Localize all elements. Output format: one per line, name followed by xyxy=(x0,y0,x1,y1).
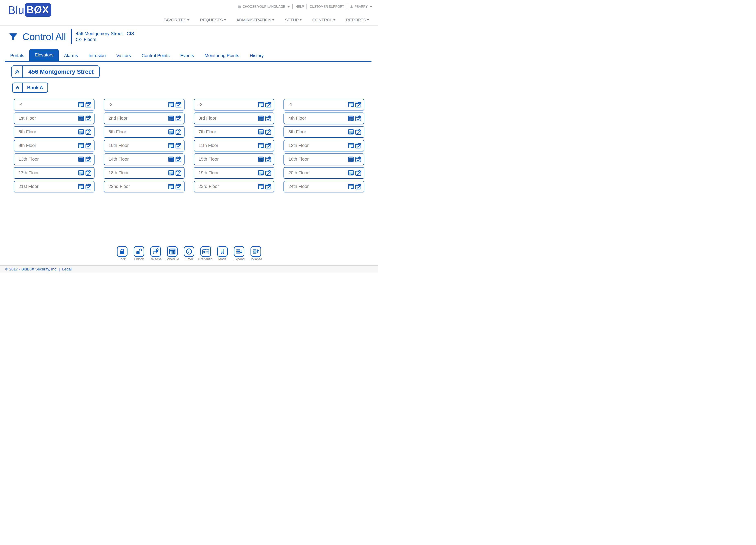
schedule-icon[interactable] xyxy=(168,101,174,108)
calendar-check-icon[interactable] xyxy=(265,129,271,135)
floor-button[interactable]: 6th Floor xyxy=(104,126,185,138)
calendar-check-icon[interactable] xyxy=(85,142,91,148)
schedule-icon[interactable] xyxy=(258,170,264,176)
floor-button[interactable]: -4 xyxy=(14,99,95,110)
calendar-check-icon[interactable] xyxy=(85,115,91,121)
floor-button[interactable]: 23rd Floor xyxy=(194,181,275,192)
credential-button[interactable]: Credential xyxy=(200,246,211,261)
floor-button[interactable]: 16th Floor xyxy=(283,153,364,165)
schedule-icon[interactable] xyxy=(258,101,264,108)
floor-button[interactable]: 8th Floor xyxy=(283,126,364,138)
schedule-icon[interactable] xyxy=(78,170,84,176)
schedule-icon[interactable] xyxy=(348,142,354,148)
tab-control-points[interactable]: Control Points xyxy=(136,50,175,61)
bank-header-button[interactable]: Bank A xyxy=(12,82,48,93)
tab-events[interactable]: Events xyxy=(175,50,199,61)
schedule-icon[interactable] xyxy=(78,115,84,121)
calendar-check-icon[interactable] xyxy=(355,156,361,162)
nav-reports[interactable]: REPORTS xyxy=(346,18,369,22)
release-button[interactable]: Release xyxy=(150,246,161,261)
collapse-bank-button[interactable] xyxy=(13,83,23,92)
schedule-icon[interactable] xyxy=(78,129,84,135)
floor-button[interactable]: -3 xyxy=(104,99,185,110)
collapse-button[interactable]: Collapse xyxy=(251,246,261,261)
nav-requests[interactable]: REQUESTS xyxy=(200,18,226,22)
floor-button[interactable]: 10th Floor xyxy=(104,140,185,151)
schedule-icon[interactable] xyxy=(168,115,174,121)
floor-button[interactable]: -2 xyxy=(194,99,275,110)
floor-button[interactable]: 17th Floor xyxy=(14,167,95,179)
calendar-check-icon[interactable] xyxy=(175,183,181,189)
floor-button[interactable]: 19th Floor xyxy=(194,167,275,179)
schedule-icon[interactable] xyxy=(348,156,354,162)
schedule-icon[interactable] xyxy=(348,129,354,135)
floor-button[interactable]: 7th Floor xyxy=(194,126,275,138)
timer-button[interactable]: Timer xyxy=(184,246,194,261)
schedule-icon[interactable] xyxy=(258,115,264,121)
floor-button[interactable]: 5th Floor xyxy=(14,126,95,138)
nav-control[interactable]: CONTROL xyxy=(312,18,335,22)
calendar-check-icon[interactable] xyxy=(355,142,361,148)
customer-support-link[interactable]: CUSTOMER SUPPORT xyxy=(310,5,344,9)
floor-button[interactable]: 3rd Floor xyxy=(194,112,275,124)
calendar-check-icon[interactable] xyxy=(175,101,181,108)
floor-button[interactable]: 11th Floor xyxy=(194,140,275,151)
schedule-icon[interactable] xyxy=(258,183,264,189)
floor-button[interactable]: 20th Floor xyxy=(283,167,364,179)
calendar-check-icon[interactable] xyxy=(355,183,361,189)
schedule-icon[interactable] xyxy=(168,142,174,148)
calendar-check-icon[interactable] xyxy=(175,156,181,162)
calendar-check-icon[interactable] xyxy=(265,170,271,176)
floor-button[interactable]: 2nd Floor xyxy=(104,112,185,124)
floor-button[interactable]: 18th Floor xyxy=(104,167,185,179)
schedule-icon[interactable] xyxy=(348,183,354,189)
floor-button[interactable]: 9th Floor xyxy=(14,140,95,151)
nav-favorites[interactable]: FAVORITES xyxy=(164,18,189,22)
schedule-icon[interactable] xyxy=(348,101,354,108)
schedule-icon[interactable] xyxy=(348,115,354,121)
calendar-check-icon[interactable] xyxy=(265,183,271,189)
floor-button[interactable]: 15th Floor xyxy=(194,153,275,165)
tab-intrusion[interactable]: Intrusion xyxy=(83,50,111,61)
calendar-check-icon[interactable] xyxy=(175,129,181,135)
user-menu[interactable]: PBARRY xyxy=(350,5,372,9)
calendar-check-icon[interactable] xyxy=(85,129,91,135)
floor-button[interactable]: 14th Floor xyxy=(104,153,185,165)
floor-button[interactable]: 24th Floor xyxy=(283,181,364,192)
calendar-check-icon[interactable] xyxy=(85,156,91,162)
floor-button[interactable]: 4th Floor xyxy=(283,112,364,124)
schedule-icon[interactable] xyxy=(258,156,264,162)
tab-portals[interactable]: Portals xyxy=(5,50,29,61)
calendar-check-icon[interactable] xyxy=(265,142,271,148)
schedule-icon[interactable] xyxy=(78,142,84,148)
tab-monitoring-points[interactable]: Monitoring Points xyxy=(199,50,244,61)
schedule-icon[interactable] xyxy=(78,183,84,189)
nav-setup[interactable]: SETUP xyxy=(285,18,302,22)
schedule-icon[interactable] xyxy=(168,170,174,176)
schedule-button[interactable]: Schedule xyxy=(167,246,178,261)
calendar-check-icon[interactable] xyxy=(85,101,91,108)
calendar-check-icon[interactable] xyxy=(175,115,181,121)
calendar-check-icon[interactable] xyxy=(355,170,361,176)
schedule-icon[interactable] xyxy=(258,142,264,148)
language-menu[interactable]: CHOOSE YOUR LANGUAGE xyxy=(238,5,290,9)
blubox-logo[interactable]: Blu BØX xyxy=(8,3,51,17)
tab-visitors[interactable]: Visitors xyxy=(111,50,136,61)
floor-button[interactable]: 12th Floor xyxy=(283,140,364,151)
calendar-check-icon[interactable] xyxy=(85,170,91,176)
schedule-icon[interactable] xyxy=(78,156,84,162)
calendar-check-icon[interactable] xyxy=(175,170,181,176)
calendar-check-icon[interactable] xyxy=(355,115,361,121)
floor-button[interactable]: 1st Floor xyxy=(14,112,95,124)
building-header-button[interactable]: 456 Montgomery Street xyxy=(11,65,100,78)
calendar-check-icon[interactable] xyxy=(175,142,181,148)
help-link[interactable]: HELP xyxy=(296,5,304,9)
tab-elevators[interactable]: Elevators xyxy=(29,49,59,61)
lock-button[interactable]: Lock xyxy=(117,246,127,261)
expand-button[interactable]: Expand xyxy=(234,246,244,261)
schedule-icon[interactable] xyxy=(168,129,174,135)
calendar-check-icon[interactable] xyxy=(265,101,271,108)
calendar-check-icon[interactable] xyxy=(355,129,361,135)
tab-history[interactable]: History xyxy=(244,50,269,61)
schedule-icon[interactable] xyxy=(78,101,84,108)
